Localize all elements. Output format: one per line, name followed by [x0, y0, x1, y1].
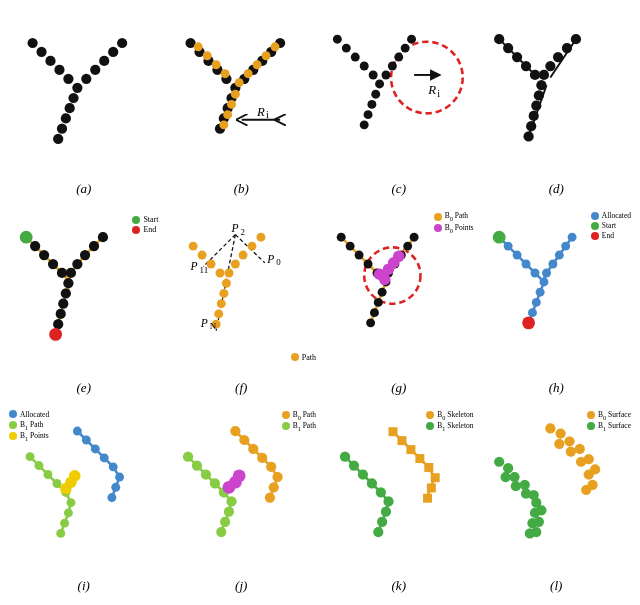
- svg-point-215: [349, 460, 359, 470]
- svg-rect-206: [389, 427, 398, 436]
- svg-point-99: [53, 319, 63, 329]
- svg-point-161: [531, 298, 540, 307]
- svg-text:R: R: [256, 105, 265, 119]
- svg-point-53: [407, 35, 416, 44]
- svg-point-219: [383, 496, 393, 506]
- svg-point-235: [494, 456, 504, 466]
- svg-point-95: [63, 278, 73, 288]
- cell-j: B0 Path B1 Path (j): [163, 402, 321, 600]
- svg-point-228: [565, 446, 575, 456]
- cell-d: (d): [478, 5, 636, 203]
- svg-point-76: [552, 52, 562, 62]
- svg-point-240: [519, 479, 529, 489]
- svg-point-237: [500, 472, 510, 482]
- svg-point-47: [391, 42, 463, 114]
- svg-point-96: [61, 289, 71, 299]
- svg-point-42: [223, 110, 232, 119]
- svg-point-7: [99, 56, 109, 66]
- svg-point-221: [377, 516, 387, 526]
- cell-f-label: (f): [235, 380, 247, 396]
- svg-point-186: [230, 426, 240, 436]
- svg-point-236: [503, 463, 513, 473]
- svg-point-2: [45, 56, 55, 66]
- svg-point-14: [57, 124, 67, 134]
- svg-point-13: [61, 113, 71, 123]
- svg-point-185: [69, 470, 81, 482]
- svg-point-3: [54, 65, 64, 75]
- svg-point-141: [374, 298, 383, 307]
- svg-point-176: [43, 470, 52, 479]
- svg-point-11: [68, 93, 78, 103]
- cell-g-label: (g): [391, 380, 406, 396]
- svg-point-60: [367, 100, 376, 109]
- svg-point-214: [340, 451, 350, 461]
- svg-point-245: [529, 507, 539, 517]
- cell-h-label: (h): [549, 380, 564, 396]
- svg-point-239: [510, 481, 520, 491]
- svg-point-15: [53, 134, 63, 144]
- svg-point-142: [370, 308, 379, 317]
- svg-point-158: [542, 269, 551, 278]
- svg-point-180: [64, 508, 73, 517]
- svg-point-36: [261, 51, 270, 60]
- svg-point-230: [575, 456, 585, 466]
- svg-point-97: [58, 299, 68, 309]
- svg-point-114: [224, 269, 233, 278]
- svg-point-92: [80, 250, 90, 260]
- svg-text:11: 11: [199, 265, 208, 275]
- svg-point-70: [503, 43, 513, 53]
- figure-grid: (a): [0, 0, 640, 605]
- cell-b: R i (b): [163, 5, 321, 203]
- cell-c: R i (c): [320, 5, 478, 203]
- svg-point-156: [554, 251, 563, 260]
- cell-a-label: (a): [76, 181, 91, 197]
- svg-point-54: [401, 44, 410, 53]
- svg-point-197: [209, 478, 219, 488]
- cell-f: P 0 P 2 P 11 P N Path (f): [163, 203, 321, 401]
- svg-point-135: [403, 242, 412, 251]
- cell-h: Allocated Start End (h): [478, 203, 636, 401]
- svg-point-12: [65, 103, 75, 113]
- svg-point-191: [272, 472, 282, 482]
- svg-point-132: [364, 260, 373, 269]
- svg-point-196: [200, 469, 210, 479]
- svg-point-86: [30, 241, 40, 251]
- svg-point-168: [91, 444, 100, 453]
- svg-text:2: 2: [240, 227, 244, 237]
- svg-point-81: [531, 101, 541, 111]
- svg-point-159: [539, 278, 548, 287]
- svg-point-40: [230, 90, 239, 99]
- svg-text:N: N: [209, 322, 216, 332]
- svg-point-102: [49, 328, 62, 341]
- svg-point-57: [381, 70, 390, 79]
- svg-point-169: [100, 453, 109, 462]
- svg-point-174: [26, 452, 35, 461]
- svg-point-175: [35, 461, 44, 470]
- svg-point-140: [378, 288, 387, 297]
- svg-point-151: [512, 251, 521, 260]
- svg-point-199: [226, 496, 236, 506]
- svg-rect-207: [397, 436, 406, 445]
- svg-point-79: [536, 80, 546, 90]
- svg-rect-211: [431, 473, 440, 482]
- svg-point-51: [360, 62, 369, 71]
- svg-point-56: [388, 62, 397, 71]
- svg-point-93: [72, 259, 82, 269]
- svg-point-80: [533, 90, 543, 100]
- svg-rect-208: [406, 445, 415, 454]
- svg-point-38: [243, 69, 252, 78]
- svg-point-61: [364, 110, 373, 119]
- svg-point-6: [108, 47, 118, 57]
- svg-point-222: [373, 527, 383, 537]
- svg-text:R: R: [427, 83, 436, 97]
- svg-point-110: [256, 233, 265, 242]
- svg-point-117: [216, 300, 225, 309]
- svg-point-177: [52, 479, 61, 488]
- cell-l: B0 Surface B1 Surface (l): [478, 402, 636, 600]
- svg-point-82: [528, 111, 538, 121]
- svg-point-190: [266, 461, 276, 471]
- svg-point-217: [367, 478, 377, 488]
- svg-point-118: [214, 310, 223, 319]
- svg-point-171: [115, 472, 124, 481]
- svg-rect-210: [424, 463, 433, 472]
